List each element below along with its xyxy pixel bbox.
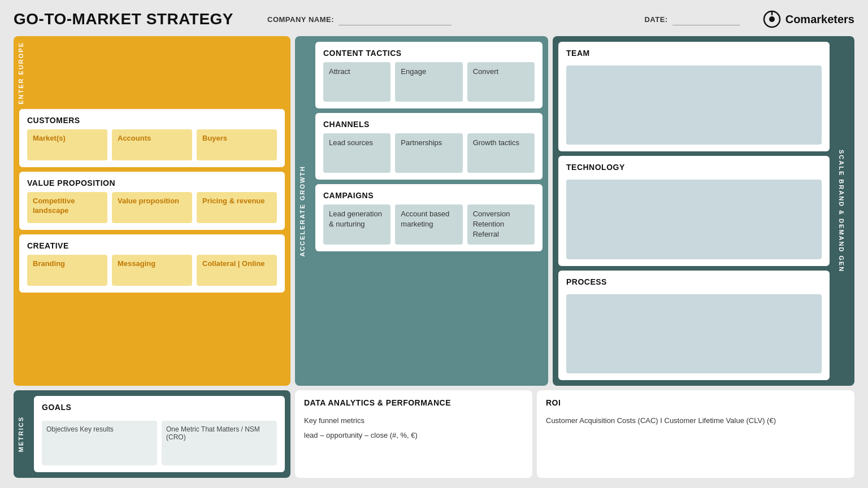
goals-wrapper: METRICS GOALS Objectives Key results One… xyxy=(14,390,290,478)
value-prop-item-0: Competitive landscape xyxy=(27,192,107,223)
date-value[interactable] xyxy=(672,13,740,25)
header: GO-TO-MARKET STRATEGY COMPANY NAME: DATE… xyxy=(14,10,854,28)
content-tactics-items: Attract Engage Convert xyxy=(323,62,535,102)
campaigns-item-2: Conversion Retention Referral xyxy=(467,204,535,245)
date-field: DATE: xyxy=(644,13,740,25)
technology-box xyxy=(566,180,822,259)
creative-card: CREATIVE Branding Messaging Collateral |… xyxy=(19,234,285,293)
creative-item-2: Collateral | Online xyxy=(197,255,277,286)
process-title: PROCESS xyxy=(566,277,822,286)
customer-item-2: Buyers xyxy=(197,129,277,160)
mid-column: CONTENT TACTICS Attract Engage Convert xyxy=(310,36,548,386)
campaigns-card: CAMPAIGNS Lead generation & nurturing Ac… xyxy=(315,184,542,251)
goals-item-1: One Metric That Matters / NSM (CRO) xyxy=(162,421,277,465)
bottom-row: METRICS GOALS Objectives Key results One… xyxy=(14,390,854,478)
scale-label-wrapper: SCALE BRAND & DEMAND GEN xyxy=(834,42,849,380)
team-box xyxy=(566,66,822,145)
creative-title: CREATIVE xyxy=(27,241,277,250)
content-tactics-card: CONTENT TACTICS Attract Engage Convert xyxy=(315,42,542,108)
left-column-inner: CUSTOMERS Market(s) Accounts Buyers xyxy=(14,109,285,380)
campaigns-title: CAMPAIGNS xyxy=(323,191,535,200)
company-label: COMPANY NAME: xyxy=(267,15,334,24)
customers-title: CUSTOMERS xyxy=(27,116,277,125)
content-tactics-item-2: Convert xyxy=(467,62,535,102)
roi-text: Customer Acquisition Costs (CAC) I Custo… xyxy=(546,415,845,426)
metrics-label-wrapper: METRICS xyxy=(14,396,28,472)
enter-europe-label: ENTER EUROPE xyxy=(18,42,24,104)
creative-item-0: Branding xyxy=(27,255,107,286)
date-label: DATE: xyxy=(644,15,667,24)
brand-name: Comarketers xyxy=(785,13,854,26)
page-title: GO-TO-MARKET STRATEGY xyxy=(14,10,233,28)
campaigns-item-1: Account based marketing xyxy=(395,204,462,245)
channels-card: CHANNELS Lead sources Partnerships Growt… xyxy=(315,113,542,180)
team-title: TEAM xyxy=(566,49,822,58)
roi-title: ROI xyxy=(546,398,845,407)
left-column: ENTER EUROPE CUSTOMERS Market(s) Account… xyxy=(14,36,290,386)
company-value[interactable] xyxy=(338,13,452,25)
analytics-card: DATA ANALYTICS & PERFORMANCE Key funnel … xyxy=(295,390,532,478)
right-column-wrapper: TEAM TECHNOLOGY PROCESS SCALE xyxy=(553,36,854,386)
value-prop-title: VALUE PROPOSITION xyxy=(27,178,277,188)
creative-items: Branding Messaging Collateral | Online xyxy=(27,255,277,286)
right-column: TEAM TECHNOLOGY PROCESS SCALE xyxy=(553,36,854,386)
analytics-line1: Key funnel metrics xyxy=(304,415,523,426)
goals-card: GOALS Objectives Key results One Metric … xyxy=(34,396,285,472)
top-row: ENTER EUROPE CUSTOMERS Market(s) Account… xyxy=(14,36,854,386)
customer-item-1: Accounts xyxy=(112,129,192,160)
channels-items: Lead sources Partnerships Growth tactics xyxy=(323,133,535,173)
process-card: PROCESS xyxy=(558,271,830,380)
value-prop-item-2: Pricing & revenue xyxy=(197,192,277,223)
customers-card: CUSTOMERS Market(s) Accounts Buyers xyxy=(19,109,285,167)
campaigns-item-0: Lead generation & nurturing xyxy=(323,204,390,245)
goals-item-0: Objectives Key results xyxy=(42,421,157,465)
content-tactics-item-0: Attract xyxy=(323,62,390,102)
channels-item-1: Partnerships xyxy=(395,133,462,173)
process-box xyxy=(566,294,822,373)
value-prop-item-1: Value proposition xyxy=(112,192,192,223)
value-prop-card: VALUE PROPOSITION Competitive landscape … xyxy=(19,172,285,230)
content-tactics-title: CONTENT TACTICS xyxy=(323,49,535,58)
goals-items: Objectives Key results One Metric That M… xyxy=(42,421,277,465)
company-field: COMPANY NAME: xyxy=(267,13,644,25)
analytics-title: DATA ANALYTICS & PERFORMANCE xyxy=(304,398,523,407)
technology-title: TECHNOLOGY xyxy=(566,163,822,172)
analytics-line2: lead – opportunity – close (#, %, €) xyxy=(304,430,523,441)
technology-card: TECHNOLOGY xyxy=(558,156,830,265)
customer-item-0: Market(s) xyxy=(27,129,107,160)
accelerate-label: ACCELERATE GROWTH xyxy=(299,165,306,257)
team-card: TEAM xyxy=(558,42,830,151)
campaigns-items: Lead generation & nurturing Account base… xyxy=(323,204,535,245)
customers-items: Market(s) Accounts Buyers xyxy=(27,129,277,160)
right-column-inner: TEAM TECHNOLOGY PROCESS xyxy=(553,42,830,380)
channels-item-2: Growth tactics xyxy=(467,133,535,173)
mid-column-wrapper: ACCELERATE GROWTH CONTENT TACTICS Attrac… xyxy=(295,36,548,386)
channels-item-0: Lead sources xyxy=(323,133,390,173)
svg-point-1 xyxy=(769,16,775,22)
brand-icon xyxy=(763,10,781,28)
creative-item-1: Messaging xyxy=(112,255,192,286)
brand: Comarketers xyxy=(763,10,854,28)
scale-label: SCALE BRAND & DEMAND GEN xyxy=(838,150,845,272)
enter-europe-label-wrapper: ENTER EUROPE xyxy=(14,42,28,104)
main-content: ENTER EUROPE CUSTOMERS Market(s) Account… xyxy=(14,36,854,478)
value-prop-items: Competitive landscape Value proposition … xyxy=(27,192,277,223)
roi-card: ROI Customer Acquisition Costs (CAC) I C… xyxy=(537,390,854,478)
goals-inner: GOALS Objectives Key results One Metric … xyxy=(28,396,285,472)
channels-title: CHANNELS xyxy=(323,120,535,129)
metrics-label: METRICS xyxy=(18,416,24,452)
accelerate-label-wrapper: ACCELERATE GROWTH xyxy=(295,36,310,386)
goals-title: GOALS xyxy=(42,403,277,412)
content-tactics-item-1: Engage xyxy=(395,62,462,102)
